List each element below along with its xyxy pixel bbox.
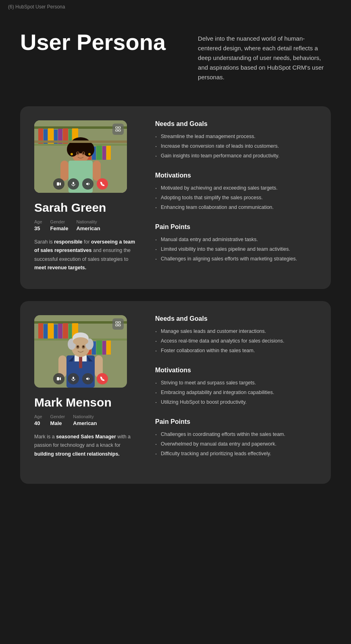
- motivations-title-sarah: Motivations: [155, 172, 317, 179]
- needs-goals-item-sarah-0: Streamline the lead management process.: [155, 132, 317, 140]
- svg-rect-4: [48, 128, 54, 144]
- svg-rect-59: [79, 356, 82, 368]
- card-right-sarah: Needs and Goals Streamline the lead mana…: [155, 120, 317, 275]
- card-left-mark: Mark Menson Age 40 Gender Male Nationali…: [34, 315, 139, 470]
- svg-rect-36: [118, 130, 120, 131]
- svg-rect-33: [116, 127, 118, 128]
- needs-goals-title-mark: Needs and Goals: [155, 315, 317, 322]
- needs-goals-title-sarah: Needs and Goals: [155, 120, 317, 128]
- needs-goals-mark: Needs and Goals Manage sales leads and c…: [155, 315, 317, 355]
- svg-rect-5: [54, 130, 58, 144]
- motivations-list-sarah: Motivated by achieving and exceeding sal…: [155, 184, 317, 211]
- svg-rect-8: [69, 129, 72, 144]
- needs-goals-list-sarah: Streamline the lead management process. …: [155, 132, 317, 160]
- needs-goals-item-mark-2: Foster collaboration within the sales te…: [155, 347, 317, 355]
- gender-value-mark: Male: [50, 420, 65, 426]
- meta-age-mark: Age 40: [34, 414, 42, 426]
- browser-tab: (6) HubSpot User Persona: [0, 0, 351, 14]
- svg-rect-79: [73, 377, 74, 379]
- mic-btn-sarah[interactable]: [68, 178, 79, 190]
- svg-point-23: [79, 139, 89, 150]
- svg-rect-7: [63, 128, 68, 144]
- svg-rect-47: [58, 324, 62, 339]
- svg-rect-13: [96, 146, 102, 160]
- persona-card-sarah: Sarah Green Age 35 Gender Female Nationa…: [20, 106, 331, 289]
- motivations-item-sarah-2: Enhancing team collaboration and communi…: [155, 203, 317, 211]
- gender-label-mark: Gender: [50, 414, 65, 419]
- needs-goals-item-sarah-2: Gain insights into team performance and …: [155, 152, 317, 160]
- svg-rect-31: [60, 161, 69, 181]
- persona-name-sarah: Sarah Green: [34, 201, 139, 215]
- svg-rect-14: [102, 146, 106, 160]
- mic-btn-mark[interactable]: [68, 373, 79, 384]
- volume-btn-mark[interactable]: [82, 373, 93, 384]
- svg-rect-38: [73, 182, 74, 184]
- svg-rect-46: [54, 324, 58, 339]
- pain-points-item-mark-0: Challenges in coordinating efforts withi…: [155, 430, 317, 438]
- persona-name-mark: Mark Menson: [34, 396, 139, 409]
- motivations-sarah: Motivations Motivated by achieving and e…: [155, 172, 317, 211]
- svg-point-28: [71, 153, 73, 155]
- svg-rect-75: [118, 322, 120, 323]
- svg-point-29: [88, 153, 91, 155]
- svg-rect-49: [69, 324, 72, 339]
- age-value-mark: 40: [34, 420, 42, 426]
- video-btn-sarah[interactable]: [53, 178, 64, 190]
- persona-description-mark: Mark is a seasoned Sales Manager with a …: [34, 433, 139, 458]
- motivations-item-mark-1: Embracing adaptability and integration c…: [155, 388, 317, 396]
- svg-rect-6: [58, 129, 62, 144]
- expand-icon-mark[interactable]: [112, 318, 124, 330]
- svg-rect-44: [44, 324, 48, 339]
- meta-gender-mark: Gender Male: [50, 414, 65, 426]
- tab-label: (6) HubSpot User Persona: [8, 4, 65, 10]
- svg-rect-15: [106, 146, 111, 160]
- nationality-label-mark: Nationality: [73, 414, 97, 419]
- pain-points-mark: Pain Points Challenges in coordinating e…: [155, 418, 317, 458]
- meta-age-sarah: Age 35: [34, 219, 42, 231]
- svg-point-69: [83, 346, 84, 348]
- svg-rect-76: [116, 324, 118, 326]
- expand-icon-sarah[interactable]: [112, 124, 124, 135]
- video-controls-mark: [34, 373, 127, 384]
- volume-btn-sarah[interactable]: [82, 178, 93, 190]
- svg-rect-34: [118, 127, 120, 128]
- nationality-value-sarah: American: [76, 225, 100, 231]
- svg-rect-37: [57, 182, 59, 186]
- motivations-mark: Motivations Striving to meet and surpass…: [155, 367, 317, 406]
- svg-rect-56: [106, 341, 111, 355]
- svg-rect-77: [118, 324, 120, 326]
- motivations-list-mark: Striving to meet and surpass sales targe…: [155, 379, 317, 406]
- page-title: User Persona: [20, 30, 166, 55]
- needs-goals-item-mark-0: Manage sales leads and customer interact…: [155, 327, 317, 335]
- persona-description-sarah: Sarah is responsible for overseeing a te…: [34, 238, 139, 272]
- pain-points-title-sarah: Pain Points: [155, 223, 317, 231]
- card-right-mark: Needs and Goals Manage sales leads and c…: [155, 315, 317, 470]
- age-label-sarah: Age: [34, 219, 42, 224]
- motivations-item-sarah-1: Adopting tools that simplify the sales p…: [155, 194, 317, 202]
- nationality-value-mark: American: [73, 420, 97, 426]
- meta-gender-sarah: Gender Female: [50, 219, 69, 231]
- call-btn-sarah[interactable]: [97, 178, 108, 190]
- card-left-sarah: Sarah Green Age 35 Gender Female Nationa…: [34, 120, 139, 275]
- persona-meta-sarah: Age 35 Gender Female Nationality America…: [34, 219, 139, 231]
- pain-points-title-mark: Pain Points: [155, 418, 317, 425]
- needs-goals-list-mark: Manage sales leads and customer interact…: [155, 327, 317, 355]
- motivations-item-sarah-0: Motivated by achieving and exceeding sal…: [155, 184, 317, 192]
- svg-point-68: [77, 346, 79, 348]
- pain-points-sarah: Pain Points Manual data entry and admini…: [155, 223, 317, 263]
- call-btn-mark[interactable]: [97, 373, 108, 384]
- motivations-item-mark-2: Utilizing HubSpot to boost productivity.: [155, 398, 317, 406]
- personas-container: Sarah Green Age 35 Gender Female Nationa…: [20, 106, 331, 484]
- svg-rect-2: [38, 128, 43, 144]
- svg-rect-35: [116, 130, 118, 131]
- svg-rect-54: [96, 341, 102, 355]
- pain-points-item-sarah-0: Manual data entry and administrative tas…: [155, 235, 317, 244]
- video-btn-mark[interactable]: [53, 373, 64, 384]
- pain-points-item-mark-1: Overwhelmed by manual data entry and pap…: [155, 440, 317, 448]
- age-label-mark: Age: [34, 414, 42, 419]
- svg-rect-74: [116, 322, 118, 323]
- svg-rect-32: [93, 161, 101, 181]
- pain-points-item-sarah-2: Challenges in aligning sales efforts wit…: [155, 255, 317, 263]
- svg-point-26: [77, 152, 79, 154]
- needs-goals-sarah: Needs and Goals Streamline the lead mana…: [155, 120, 317, 160]
